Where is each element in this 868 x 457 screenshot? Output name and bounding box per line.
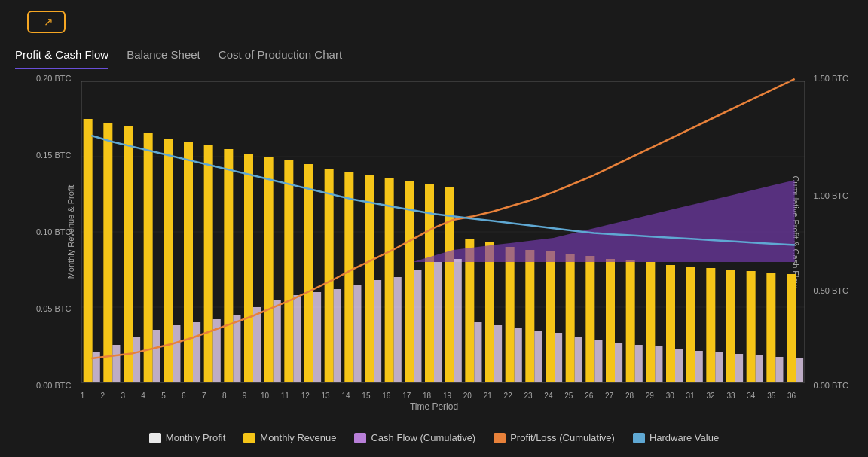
page-header: ↗	[0, 0, 868, 41]
legend-label-hardware: Hardware Value	[649, 432, 719, 443]
tab-profit-cashflow[interactable]: Profit & Cash Flow	[15, 41, 127, 69]
legend-color-monthly-profit	[149, 433, 161, 443]
legend-profit-loss-cumulative: Profit/Loss (Cumulative)	[494, 432, 615, 443]
legend-cashflow-cumulative: Cash Flow (Cumulative)	[354, 432, 475, 443]
legend-color-monthly-revenue	[243, 433, 255, 443]
legend-label-monthly-revenue: Monthly Revenue	[260, 432, 336, 443]
share-button[interactable]: ↗	[27, 11, 66, 33]
y-axis-right: 1.50 BTC 1.00 BTC 0.50 BTC 0.00 BTC	[814, 74, 848, 390]
chart-container: Monthly Revenue & Profit Cumulative Prof…	[8, 74, 860, 428]
share-icon: ↗	[44, 15, 53, 29]
legend-monthly-revenue: Monthly Revenue	[243, 432, 336, 443]
legend-label-monthly-profit: Monthly Profit	[166, 432, 225, 443]
legend-monthly-profit: Monthly Profit	[149, 432, 225, 443]
tab-bar: Profit & Cash Flow Balance Sheet Cost of…	[0, 41, 868, 69]
legend-label-profit-loss: Profit/Loss (Cumulative)	[510, 432, 615, 443]
y-axis-left: 0.20 BTC 0.15 BTC 0.10 BTC 0.05 BTC 0.00…	[36, 74, 71, 390]
legend-color-profit-loss	[494, 433, 506, 443]
header-left: ↗	[15, 11, 66, 33]
legend-label-cashflow: Cash Flow (Cumulative)	[371, 432, 475, 443]
legend-color-hardware	[633, 433, 645, 443]
legend-hardware-value: Hardware Value	[633, 432, 719, 443]
tab-balance-sheet[interactable]: Balance Sheet	[127, 41, 219, 69]
x-axis-title: Time Period	[8, 401, 860, 412]
main-chart	[74, 74, 812, 390]
legend-color-cashflow	[354, 433, 366, 443]
tab-cost-production[interactable]: Cost of Production Chart	[219, 41, 360, 69]
x-axis: 1234567891011121314151617181920212223242…	[72, 391, 802, 400]
chart-legend: Monthly Profit Monthly Revenue Cash Flow…	[0, 432, 868, 443]
